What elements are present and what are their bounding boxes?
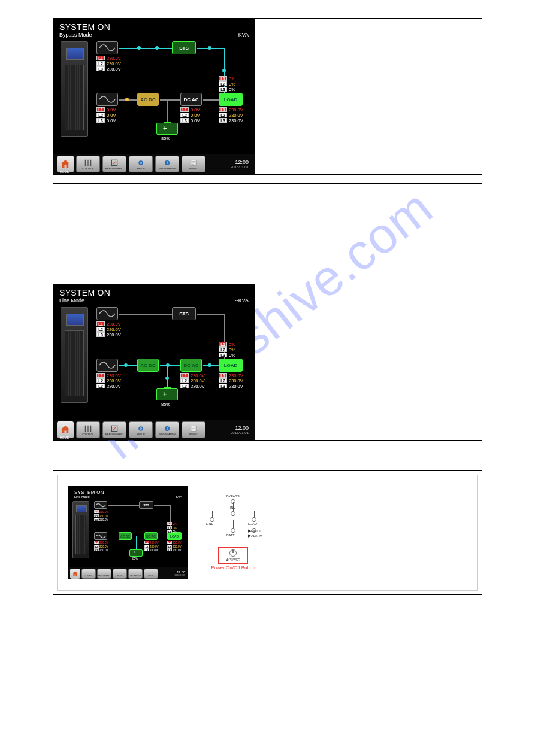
svg-rect-10 (87, 425, 88, 432)
nav-control-button[interactable]: CONTROL (76, 156, 100, 172)
figure-3-container: SYSTEM ON Line Mode --KVA STS AC DC DC A… (53, 470, 482, 595)
load-percentages: L10% L20% L30% (219, 342, 235, 358)
flow-line (119, 314, 172, 315)
dcac-block: DC AC (180, 93, 202, 106)
home-label: HOME (60, 436, 69, 439)
led-batt-icon (231, 528, 235, 533)
flow-line (167, 99, 168, 122)
info-icon (132, 570, 139, 575)
acdc-block: AC DC (119, 532, 132, 540)
info-icon: i (162, 159, 173, 167)
svg-point-5 (140, 162, 141, 163)
flow-dot-icon (124, 363, 128, 367)
nav-setup-button[interactable]: SETUP (129, 421, 153, 438)
sts-block: STS (139, 501, 153, 509)
sliders-icon (86, 570, 92, 575)
kva-label: --KVA (235, 297, 249, 303)
load-percentages: L10% L20% L30% (219, 76, 235, 92)
acdc-block: AC DC (137, 359, 159, 372)
nav-measurement-button[interactable]: MEASUREMENT (102, 421, 126, 438)
battery-block: + (129, 549, 143, 557)
svg-text:i: i (167, 426, 168, 430)
notebook-icon (148, 570, 155, 575)
svg-rect-2 (90, 159, 91, 166)
line-input-block (94, 532, 107, 540)
mode-label: Line Mode (74, 495, 90, 499)
bypass-voltages: L1230.0V L2230.0V L3230.0V (96, 321, 121, 338)
kva-label: --KVA (174, 495, 182, 499)
output-voltages: L1230.0V L2230.0V L3230.0V (219, 373, 243, 389)
lcd-nav-bar: HOME CONTROL MEASUREMENT SETUP iINFORMAT… (53, 154, 255, 174)
nav-boost-button[interactable]: BOOST (144, 569, 158, 579)
sliders-icon (83, 159, 93, 167)
meter-icon (109, 424, 120, 433)
sliders-icon (83, 424, 93, 433)
flow-line (119, 48, 172, 49)
ups-lcd-panel: SYSTEM ON Bypass Mode --KVA STS (53, 19, 255, 174)
inverter-voltages: L1230.0V L2230.0V L3230.0V (180, 373, 205, 389)
load-percentages: L10% L20% L30% (167, 522, 177, 534)
bypass-input-block (96, 307, 118, 320)
bypass-input-block (94, 501, 107, 509)
led-inv-icon (231, 511, 235, 516)
svg-rect-1 (87, 159, 88, 166)
flow-dot-icon (125, 98, 129, 101)
gear-icon (135, 424, 146, 433)
sts-block: STS (172, 307, 196, 320)
nav-information-button[interactable]: iINFORMATION (155, 156, 179, 172)
nav-control-button[interactable]: CONTROL (81, 569, 96, 579)
power-button[interactable]: ⏻POWER (218, 547, 248, 564)
power-circuit-diagram: BYPASS INV LINE LOAD BATT ▶FAULT ▶ALARM (206, 496, 260, 570)
output-voltages: L1230.0V L2230.0V L3230.0V (167, 541, 182, 552)
battery-block: + (156, 123, 178, 135)
lcd-nav-bar: HOME CONTROL MEASUREMENT SETUP iINFORMAT… (53, 420, 255, 440)
nav-information-button[interactable]: INFORMATION (128, 569, 143, 579)
bypass-voltages: L1230.0V L2230.0V L3230.0V (94, 510, 108, 522)
nav-setup-button[interactable]: SETUP (113, 569, 127, 579)
sts-block: STS (172, 41, 196, 54)
flow-dot-icon (137, 46, 141, 50)
battery-pct: 85% (161, 402, 170, 407)
system-title: SYSTEM ON (74, 490, 182, 495)
gear-icon (117, 570, 123, 575)
label-batt: BATT (226, 533, 235, 537)
ups-unit-illustration (61, 41, 88, 137)
svg-rect-9 (85, 425, 86, 432)
lcd-nav-bar: CONTROL MEASUREMENT SETUP INFORMATION BO… (68, 567, 188, 579)
mode-label: Line Mode (59, 297, 84, 303)
system-title: SYSTEM ON (59, 288, 249, 297)
flow-dot-icon (208, 363, 211, 367)
label-line: LINE (206, 522, 213, 526)
clock-display: 12:002016/01/01 (174, 570, 186, 576)
ups-lcd-panel: SYSTEM ON Line Mode --KVA STS (53, 284, 255, 440)
ups-unit-illustration (72, 501, 89, 558)
flow-dot-icon (208, 46, 211, 50)
battery-block: + (156, 388, 178, 400)
system-title: SYSTEM ON (59, 22, 249, 32)
nav-boost-button[interactable]: BOOST (182, 156, 205, 172)
flow-line (132, 536, 144, 536)
battery-pct: 85% (161, 136, 170, 141)
nav-control-button[interactable]: CONTROL (76, 421, 100, 438)
flow-dot-icon (155, 46, 159, 50)
ups-lcd-panel-small: SYSTEM ON Line Mode --KVA STS AC DC DC A… (68, 486, 188, 579)
svg-rect-11 (90, 425, 91, 432)
nav-information-button[interactable]: iINFORMATION (155, 421, 179, 438)
flow-line (158, 536, 167, 536)
home-button[interactable] (70, 569, 80, 579)
line-voltages: L10.0V L20.0V L30.0V (96, 107, 116, 123)
line-voltages: L1230.0V L2230.0V L3230.0V (96, 373, 121, 389)
nav-setup-button[interactable]: SETUP (129, 156, 153, 172)
nav-boost-button[interactable]: BOOST (182, 421, 205, 438)
line-input-block (96, 359, 118, 372)
clock-display: 12:00 2016/01/01 (231, 425, 251, 435)
nav-measurement-button[interactable]: MEASUREMENT (102, 156, 126, 172)
clock-display: 12:00 2016/01/01 (231, 159, 251, 169)
gear-icon (135, 159, 146, 167)
flow-line (197, 314, 224, 315)
svg-point-14 (140, 428, 141, 429)
flow-dot-icon (165, 377, 169, 380)
inverter-voltages: L10.0V L20.0V L30.0V (180, 107, 200, 123)
flow-line (119, 365, 137, 366)
nav-measurement-button[interactable]: MEASUREMENT (97, 569, 111, 579)
